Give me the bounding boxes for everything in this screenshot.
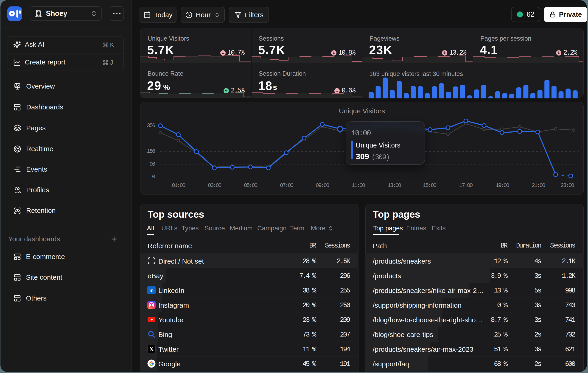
svg-text:in: in: [149, 288, 154, 293]
